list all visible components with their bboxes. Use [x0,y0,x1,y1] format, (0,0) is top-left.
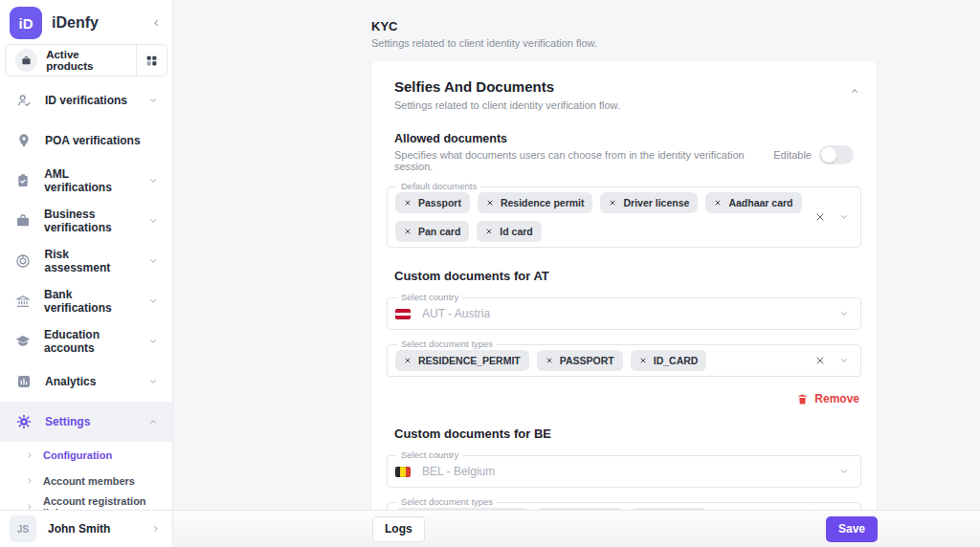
sidebar-item-label: POA verifications [45,134,141,147]
sidebar-item-settings[interactable]: Settings [0,402,172,442]
person-check-icon [15,93,32,109]
sidebar-item-analytics[interactable]: Analytics [0,361,172,402]
flag-austria-icon [395,309,411,319]
chevron-down-icon[interactable] [839,467,849,476]
remove-chip-icon[interactable] [404,199,412,207]
chip-passport[interactable]: PASSPORT [537,350,623,371]
remove-chip-icon[interactable] [404,228,412,235]
brand-logo: iD [10,7,42,39]
chevron-down-icon [148,296,158,306]
card-title: Selfies And Documents [394,78,854,95]
chevron-down-icon [148,337,158,346]
product-selector-main[interactable]: Active products [6,45,136,76]
content: KYC Settings related to client identity … [173,0,877,547]
chevron-down-icon[interactable] [839,309,849,318]
document-types-select-at[interactable]: Select document types RESIDENCE_PERMIT P… [387,344,861,377]
country-select-label: Select country [397,292,462,302]
chevron-down-icon [148,176,158,186]
sidebar-item-business-verifications[interactable]: Business verifications [0,201,172,241]
sidebar-item-bank-verifications[interactable]: Bank verifications [0,281,172,321]
country-select-label: Select country [397,449,462,460]
remove-chip-icon[interactable] [714,199,722,207]
chip-aadhaar-card[interactable]: Aadhaar card [705,192,801,213]
page-subtitle: Settings related to client identity veri… [371,37,877,49]
editable-toggle[interactable] [819,145,854,164]
editable-control: Editable [773,138,854,172]
card-header: Selfies And Documents Settings related t… [387,78,861,111]
sidebar-item-label: Analytics [45,375,96,388]
chip-label: PASSPORT [560,355,614,366]
chip-id-card[interactable]: Id card [477,221,541,242]
sidebar-item-label: ID verifications [45,94,127,107]
chip-residence-permit[interactable]: RESIDENCE_PERMIT [395,350,529,371]
chip-driver-license[interactable]: Driver license [600,192,698,213]
chip-label: Residence permit [501,197,585,208]
sidebar: iD iDenfy Active products [0,0,173,547]
selfies-and-documents-card: Selfies And Documents Settings related t… [371,61,877,547]
country-value: BEL - Belgium [422,465,495,478]
remove-chip-icon[interactable] [546,357,553,364]
flag-belgium-icon [395,467,411,477]
field-actions [814,211,849,223]
sidebar-item-aml-verifications[interactable]: AML verifications [0,161,172,201]
apps-grid-button[interactable] [136,45,167,76]
sidebar-item-poa-verifications[interactable]: POA verifications [0,120,172,161]
chevron-down-icon[interactable] [839,212,849,222]
product-selector[interactable]: Active products [5,44,167,77]
chip-label: RESIDENCE_PERMIT [418,355,521,366]
sidebar-subitem-account-members[interactable]: Account members [0,468,172,493]
allowed-documents-description: Specifies what documents users can choos… [394,149,758,172]
graduation-cap-icon [15,334,31,350]
chevron-down-icon [148,377,158,386]
sidebar-item-id-verifications[interactable]: ID verifications [0,80,172,120]
default-documents-field[interactable]: Default documents Passport Residence per… [387,186,861,248]
clear-all-icon[interactable] [814,355,826,366]
custom-section-title-at: Custom documents for AT [394,269,854,283]
chevron-right-icon [26,451,33,459]
remove-chip-icon[interactable] [485,228,493,235]
chevron-up-icon [148,417,158,427]
sidebar-collapse-icon[interactable] [151,18,161,28]
sidebar-item-label: Bank verifications [44,288,135,315]
logs-button[interactable]: Logs [372,516,425,542]
sidebar-subitem-label: Account members [43,475,135,487]
default-documents-chips: Passport Residence permit Driver license… [395,192,803,242]
chevron-down-icon[interactable] [839,356,849,365]
map-pin-icon [15,133,32,149]
trash-icon [796,393,809,405]
clear-all-icon[interactable] [814,211,826,223]
sidebar-item-risk-assessment[interactable]: Risk assessment [0,241,172,281]
sidebar-item-education-accounts[interactable]: Education accounts [0,321,172,361]
save-button[interactable]: Save [826,516,878,542]
chip-label: Id card [500,226,532,237]
remove-chip-icon[interactable] [639,357,647,364]
remove-chip-icon[interactable] [609,199,616,207]
chip-label: Driver license [623,197,689,208]
main-area: KYC Settings related to client identity … [173,0,980,547]
chip-pan-card[interactable]: Pan card [395,221,469,242]
chip-residence-permit[interactable]: Residence permit [478,192,593,213]
country-select-at[interactable]: Select country AUT - Austria [387,297,861,330]
document-types-label: Select document types [397,339,497,349]
document-types-label: Select document types [397,496,497,507]
chip-id-card[interactable]: ID_CARD [631,350,707,371]
remove-chip-icon[interactable] [404,357,412,364]
remove-section-at-button[interactable]: Remove [796,392,859,405]
collapse-card-icon[interactable] [850,86,859,96]
card-subtitle: Settings related to client identity veri… [394,99,854,111]
country-select-be[interactable]: Select country BEL - Belgium [387,455,861,488]
user-menu[interactable]: JS John Smith [0,510,172,547]
chip-passport[interactable]: Passport [395,192,470,213]
chevron-down-icon [148,96,158,105]
sidebar-subitem-configuration[interactable]: Configuration [0,442,172,468]
remove-label: Remove [814,392,859,405]
app: iD iDenfy Active products [0,0,980,547]
chevron-down-icon [148,256,158,266]
allowed-documents-header: Allowed documents Specifies what documen… [387,132,861,172]
default-documents-field-label: Default documents [397,181,480,191]
remove-chip-icon[interactable] [486,199,494,207]
briefcase-icon [15,213,31,230]
allowed-documents-title: Allowed documents [394,132,758,145]
sidebar-item-label: AML verifications [44,167,135,194]
briefcase-icon [15,49,37,72]
